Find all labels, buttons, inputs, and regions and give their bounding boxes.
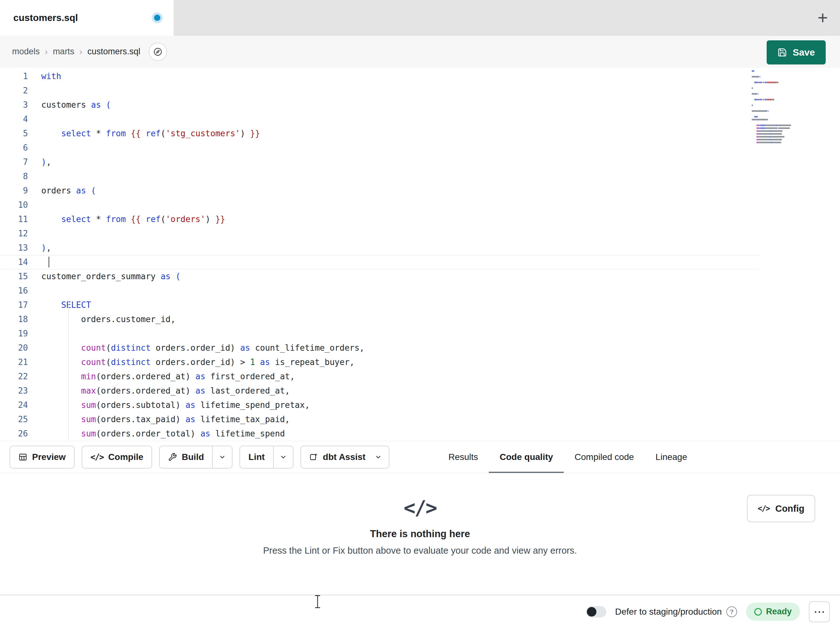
code-text: select * from {{ ref('stg_customers') }} <box>41 127 260 141</box>
code-line[interactable]: 24 sum(orders.subtotal) as lifetime_spen… <box>0 398 840 412</box>
code-text: orders as ( <box>41 184 96 198</box>
code-line[interactable]: 4 <box>0 112 840 127</box>
code-text: sum(orders.tax_paid) as lifetime_tax_pai… <box>41 413 290 426</box>
config-button[interactable]: </> Config <box>747 495 815 522</box>
compile-button-label: Compile <box>108 452 143 462</box>
code-line[interactable]: 14 <box>0 255 759 269</box>
results-tab-strip: ResultsCode qualityCompiled codeLineage <box>437 441 698 473</box>
code-line[interactable]: 12 <box>0 226 840 241</box>
minimap-line <box>752 82 802 83</box>
line-number: 8 <box>0 169 41 183</box>
dbt-assist-button-label: dbt Assist <box>323 452 366 462</box>
editor-tab-bar: customers.sql + <box>0 0 840 36</box>
status-badge-label: Ready <box>766 607 792 617</box>
minimap-line <box>752 79 802 81</box>
minimap-line <box>752 133 802 135</box>
code-slash-icon: </> <box>90 452 104 462</box>
build-split-button[interactable]: Build <box>159 446 232 468</box>
minimap-line <box>752 130 802 132</box>
line-number: 22 <box>0 370 41 383</box>
save-button[interactable]: Save <box>767 40 826 65</box>
minimap-line <box>752 127 802 129</box>
line-number: 24 <box>0 398 41 412</box>
editor-toolbar: Preview </> Compile Build Lint <box>0 441 840 473</box>
breadcrumb-item[interactable]: customers.sql <box>87 47 141 57</box>
lint-split-button[interactable]: Lint <box>240 446 293 468</box>
breadcrumb-separator: › <box>45 47 47 57</box>
compile-button[interactable]: </> Compile <box>82 446 152 468</box>
docs-compass-button[interactable] <box>148 43 167 61</box>
preview-button[interactable]: Preview <box>9 446 75 468</box>
minimap-line <box>752 87 802 89</box>
code-line[interactable]: 7), <box>0 155 840 169</box>
assist-sparkle-icon <box>309 452 318 462</box>
code-line[interactable]: 17 SELECT <box>0 298 840 312</box>
code-line[interactable]: 1with <box>0 69 840 84</box>
code-line[interactable]: 21 count(distinct orders.order_id) > 1 a… <box>0 355 840 369</box>
line-number: 12 <box>0 227 41 240</box>
code-line[interactable]: 2 <box>0 84 840 98</box>
breadcrumb-item[interactable]: models <box>12 47 40 57</box>
code-line[interactable]: 20 count(distinct orders.order_id) as co… <box>0 341 840 355</box>
code-text: ), <box>41 241 51 255</box>
line-number: 3 <box>0 98 41 112</box>
defer-label: Defer to staging/production <box>615 607 722 617</box>
code-line[interactable]: 16 <box>0 284 840 298</box>
line-number: 13 <box>0 241 41 255</box>
minimap-line <box>752 93 802 95</box>
code-text: select * from {{ ref('orders') }} <box>41 212 225 226</box>
minimap-line <box>752 110 802 112</box>
lint-dropdown-toggle[interactable] <box>273 446 293 468</box>
minimap-line <box>752 142 802 143</box>
minimap-line <box>752 122 802 123</box>
minimap-line <box>752 76 802 78</box>
minimap-line <box>752 116 802 117</box>
code-quality-panel: </> There is nothing here Press the Lint… <box>0 473 840 594</box>
tab-code-quality[interactable]: Code quality <box>489 441 564 473</box>
code-line[interactable]: 5 select * from {{ ref('stg_customers') … <box>0 127 840 141</box>
tab-lineage[interactable]: Lineage <box>645 441 698 473</box>
minimap-line <box>752 99 802 100</box>
code-line[interactable]: 15customer_orders_summary as ( <box>0 269 840 284</box>
code-editor[interactable]: 1with23customers as (45 select * from {{… <box>0 68 840 441</box>
code-line[interactable]: 13), <box>0 241 840 255</box>
tab-results[interactable]: Results <box>437 441 489 473</box>
code-line[interactable]: 11 select * from {{ ref('orders') }} <box>0 212 840 226</box>
line-number: 16 <box>0 284 41 297</box>
defer-toggle[interactable] <box>586 606 606 617</box>
code-line[interactable]: 26 sum(orders.order_total) as lifetime_s… <box>0 427 840 441</box>
lint-button-label: Lint <box>248 452 265 462</box>
code-line[interactable]: 8 <box>0 169 840 183</box>
help-icon[interactable]: ? <box>726 606 737 617</box>
build-dropdown-toggle[interactable] <box>212 446 232 468</box>
code-line[interactable]: 10 <box>0 198 840 212</box>
code-line[interactable]: 6 <box>0 141 840 155</box>
minimap-line <box>752 102 802 103</box>
breadcrumb: models›marts›customers.sql <box>12 47 141 57</box>
code-line[interactable]: 9orders as ( <box>0 183 840 198</box>
status-badge: Ready <box>746 603 800 621</box>
code-line[interactable]: 23 max(orders.ordered_at) as last_ordere… <box>0 384 840 398</box>
text-caret <box>49 257 49 267</box>
code-line[interactable]: 22 min(orders.ordered_at) as first_order… <box>0 369 840 384</box>
minimap-line <box>752 125 802 126</box>
tab-title: customers.sql <box>13 13 78 23</box>
code-line[interactable]: 18 orders.customer_id, <box>0 312 840 327</box>
more-menu-button[interactable]: ⋯ <box>809 601 830 622</box>
code-text: sum(orders.subtotal) as lifetime_spend_p… <box>41 398 309 412</box>
code-lines: 1with23customers as (45 select * from {{… <box>0 68 840 441</box>
code-line[interactable]: 3customers as ( <box>0 98 840 112</box>
minimap-line <box>752 113 802 115</box>
new-tab-button[interactable]: + <box>818 9 828 27</box>
minimap[interactable] <box>752 70 802 144</box>
empty-state: </> There is nothing here Press the Lint… <box>198 496 643 556</box>
breadcrumb-item[interactable]: marts <box>53 47 74 57</box>
line-number: 19 <box>0 327 41 340</box>
code-line[interactable]: 19 <box>0 327 840 341</box>
minimap-line <box>752 119 802 120</box>
dbt-assist-button[interactable]: dbt Assist <box>300 446 389 468</box>
chevron-down-icon <box>280 454 287 460</box>
tab-compiled-code[interactable]: Compiled code <box>564 441 645 473</box>
tab-customers-sql[interactable]: customers.sql <box>0 0 174 36</box>
code-line[interactable]: 25 sum(orders.tax_paid) as lifetime_tax_… <box>0 412 840 427</box>
